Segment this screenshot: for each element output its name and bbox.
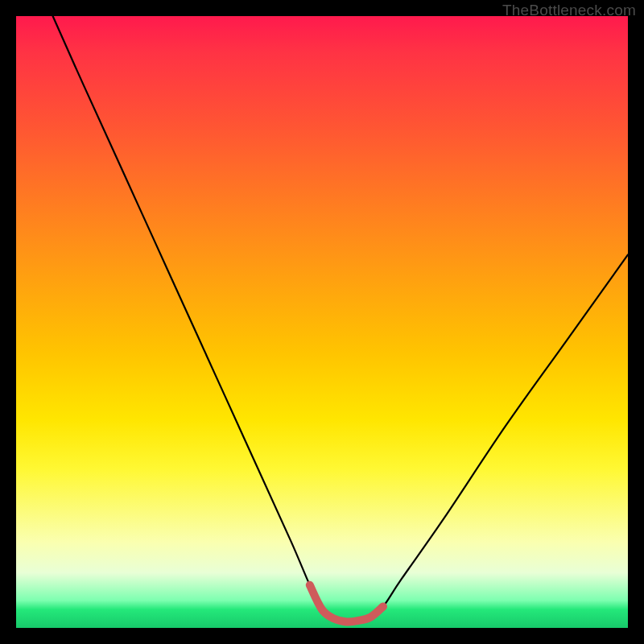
bottleneck-curve — [53, 16, 628, 622]
chart-frame: TheBottleneck.com — [0, 0, 644, 644]
plot-area — [16, 16, 628, 628]
curve-svg — [16, 16, 628, 628]
optimal-band-highlight — [310, 585, 383, 622]
